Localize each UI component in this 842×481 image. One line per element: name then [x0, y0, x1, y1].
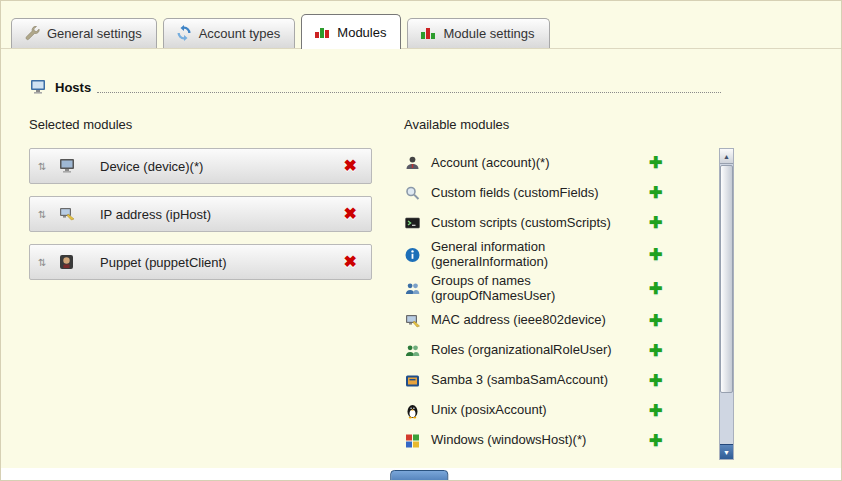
tab-account-types[interactable]: Account types	[163, 18, 296, 48]
remove-module-button[interactable]: ✖	[344, 254, 357, 270]
ip-address-icon	[58, 206, 76, 222]
tab-label: Account types	[199, 26, 281, 41]
add-module-button[interactable]: ✚	[649, 215, 662, 231]
modules-icon	[314, 24, 330, 40]
available-module-row[interactable]: Windows (windowsHost)(*) ✚	[404, 426, 712, 456]
selected-module-row[interactable]: ⇅ IP address (ipHost) ✖	[29, 196, 372, 232]
roles-icon	[404, 343, 421, 359]
selected-module-row[interactable]: ⇅ Puppet (puppetClient) ✖	[29, 244, 372, 280]
tab-module-settings[interactable]: Module settings	[407, 18, 549, 48]
available-module-row[interactable]: Account (account)(*) ✚	[404, 148, 712, 178]
selected-modules-heading: Selected modules	[29, 117, 374, 132]
scrollbar-down-button[interactable]: ▼	[720, 444, 733, 459]
custom-scripts-icon	[404, 215, 421, 231]
available-module-label: General information (generalInformation)	[431, 240, 649, 270]
custom-fields-icon	[404, 185, 421, 201]
scrollbar-track[interactable]: ▲ ▼	[719, 148, 734, 460]
remove-module-button[interactable]: ✖	[344, 206, 357, 222]
available-module-label: Roles (organizationalRoleUser)	[431, 343, 649, 358]
available-module-row[interactable]: Samba 3 (sambaSamAccount) ✚	[404, 366, 712, 396]
bottom-strip	[1, 468, 841, 480]
available-module-label: Account (account)(*)	[431, 156, 649, 171]
add-module-button[interactable]: ✚	[649, 247, 662, 263]
selected-module-label: Puppet (puppetClient)	[100, 255, 344, 270]
add-module-button[interactable]: ✚	[649, 185, 662, 201]
account-icon	[404, 155, 421, 171]
info-icon	[404, 247, 421, 263]
drag-handle-icon[interactable]: ⇅	[38, 161, 52, 172]
add-module-button[interactable]: ✚	[649, 343, 662, 359]
add-module-button[interactable]: ✚	[649, 281, 662, 297]
puppet-icon	[58, 254, 76, 270]
add-module-button[interactable]: ✚	[649, 373, 662, 389]
scrollbar-up-button[interactable]: ▲	[720, 149, 733, 164]
available-module-label: Custom fields (customFields)	[431, 186, 649, 201]
available-module-row[interactable]: General information (generalInformation)…	[404, 238, 712, 272]
add-module-button[interactable]: ✚	[649, 433, 662, 449]
section-title-text: Hosts	[55, 80, 91, 95]
bottom-button[interactable]	[390, 470, 448, 481]
add-module-button[interactable]: ✚	[649, 313, 662, 329]
selected-module-label: IP address (ipHost)	[100, 207, 344, 222]
section-header: Hosts	[29, 79, 721, 97]
mac-address-icon	[404, 313, 421, 329]
settings-panel: General settings Account types Modules M…	[1, 1, 841, 470]
available-module-row[interactable]: Unix (posixAccount) ✚	[404, 396, 712, 426]
available-module-row[interactable]: MAC address (ieee802device) ✚	[404, 306, 712, 336]
available-module-row[interactable]: Custom scripts (customScripts) ✚	[404, 208, 712, 238]
samba-icon	[404, 373, 421, 389]
tab-label: Modules	[337, 25, 386, 40]
selected-modules-column: Selected modules ⇅ Device (device)(*) ✖ …	[29, 117, 374, 460]
available-module-label: Unix (posixAccount)	[431, 403, 649, 418]
section-title: Hosts	[29, 79, 91, 97]
available-modules-column: Available modules Account (account)(*) ✚…	[404, 117, 734, 460]
available-module-row[interactable]: Roles (organizationalRoleUser) ✚	[404, 336, 712, 366]
wrench-icon	[24, 25, 40, 41]
available-modules-list: Account (account)(*) ✚ Custom fields (cu…	[404, 148, 734, 460]
host-monitor-icon	[29, 79, 47, 95]
dotted-divider	[97, 92, 721, 93]
available-module-label: MAC address (ieee802device)	[431, 313, 649, 328]
selected-module-row[interactable]: ⇅ Device (device)(*) ✖	[29, 148, 372, 184]
available-module-row[interactable]: Groups of names (groupOfNamesUser) ✚	[404, 272, 712, 306]
drag-handle-icon[interactable]: ⇅	[38, 257, 52, 268]
available-modules-heading: Available modules	[404, 117, 734, 132]
unix-icon	[404, 403, 421, 419]
available-module-label: Windows (windowsHost)(*)	[431, 433, 649, 448]
available-module-label: Custom scripts (customScripts)	[431, 216, 649, 231]
windows-icon	[404, 433, 421, 449]
available-module-row[interactable]: Custom fields (customFields) ✚	[404, 178, 712, 208]
available-module-label: Groups of names (groupOfNamesUser)	[431, 274, 649, 304]
refresh-icon	[176, 25, 192, 41]
remove-module-button[interactable]: ✖	[344, 158, 357, 174]
add-module-button[interactable]: ✚	[649, 403, 662, 419]
tab-general-settings[interactable]: General settings	[11, 18, 157, 48]
tab-modules[interactable]: Modules	[301, 14, 401, 49]
scrollbar-thumb[interactable]	[720, 165, 733, 393]
drag-handle-icon[interactable]: ⇅	[38, 209, 52, 220]
add-module-button[interactable]: ✚	[649, 155, 662, 171]
group-icon	[404, 281, 421, 297]
lam-config-page: General settings Account types Modules M…	[0, 0, 842, 481]
module-settings-icon	[420, 25, 436, 41]
device-icon	[58, 158, 76, 174]
tab-label: General settings	[47, 26, 142, 41]
tab-bar: General settings Account types Modules M…	[1, 1, 841, 49]
tab-label: Module settings	[443, 26, 534, 41]
available-module-label: Samba 3 (sambaSamAccount)	[431, 373, 649, 388]
selected-module-label: Device (device)(*)	[100, 159, 344, 174]
